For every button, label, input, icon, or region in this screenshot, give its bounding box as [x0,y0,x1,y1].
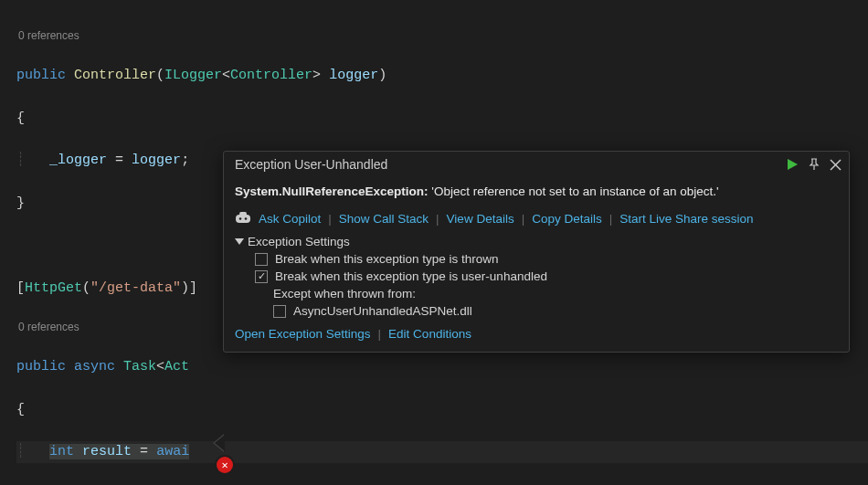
show-call-stack-link[interactable]: Show Call Stack [339,212,429,226]
break-when-user-unhandled-row[interactable]: Break when this exception type is user-u… [235,268,838,285]
copilot-icon [235,211,251,226]
ask-copilot-link[interactable]: Ask Copilot [259,212,321,226]
view-details-link[interactable]: View Details [447,212,514,226]
code-line: { [16,108,868,129]
exception-message: System.NullReferenceException: 'Object r… [224,175,849,209]
svg-rect-3 [236,215,250,223]
svg-point-5 [245,217,248,220]
break-when-user-unhandled-checkbox[interactable] [255,270,268,283]
svg-marker-0 [788,159,798,170]
except-item-checkbox[interactable] [273,305,286,318]
popup-footer: Open Exception Settings | Edit Condition… [224,322,849,343]
except-when-thrown-label: Except when thrown from: [235,285,838,302]
break-when-thrown-row[interactable]: Break when this exception type is thrown [235,250,838,268]
code-line: public async Task<Act [16,356,868,377]
exception-helper-popup: Exception User-Unhandled System.NullRefe… [223,151,850,353]
popup-header: Exception User-Unhandled [224,152,849,175]
break-when-thrown-label: Break when this exception type is thrown [275,252,499,266]
code-line: ┊ int result = awai [16,441,868,462]
exception-error-icon: ✕ [217,457,233,473]
svg-rect-6 [239,212,247,216]
popup-tail-inner [215,435,225,451]
copy-details-link[interactable]: Copy Details [532,212,602,226]
codelens-references[interactable]: 0 references [16,28,868,44]
exception-settings-header[interactable]: Exception Settings [235,235,838,250]
close-icon[interactable] [830,159,842,171]
edit-conditions-link[interactable]: Edit Conditions [388,327,471,341]
popup-title: Exception User-Unhandled [235,157,786,172]
svg-point-4 [239,217,242,220]
except-item-label: AsyncUserUnhandledASPNet.dll [293,304,472,318]
open-exception-settings-link[interactable]: Open Exception Settings [235,327,371,341]
code-line: public Controller(ILogger<Controller> lo… [16,65,868,86]
popup-action-bar: Ask Copilot | Show Call Stack | View Det… [224,209,849,233]
break-when-user-unhandled-label: Break when this exception type is user-u… [275,269,547,283]
code-line: { [16,399,868,420]
continue-button[interactable] [786,158,799,171]
break-when-thrown-checkbox[interactable] [255,253,268,266]
chevron-down-icon [235,238,244,245]
start-live-share-link[interactable]: Start Live Share session [619,212,753,226]
except-item-row[interactable]: AsyncUserUnhandledASPNet.dll [235,302,838,320]
pin-icon[interactable] [808,158,820,171]
